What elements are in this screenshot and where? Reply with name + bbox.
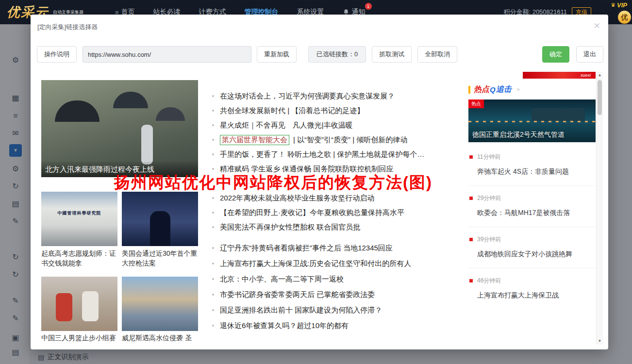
headline-link[interactable]: 国足亚洲排名跌出前十 国家队建设为何陷入停滞？ (220, 306, 382, 315)
umbrella-shape (113, 92, 148, 108)
link-selector-dialog: [定向采集]链接选择器 ✕ 操作说明 重新加载 已选链接数：0 抓取测试 全部取… (31, 15, 608, 349)
bullet-icon (469, 279, 473, 282)
hot-news-item[interactable]: 39分钟前 成都地铁回应女子对小孩跳艳舞 (468, 227, 596, 268)
confirm-button[interactable]: 确定 (542, 46, 569, 63)
headline-link[interactable]: 美国宪法不再保护女性堕胎权 联合国官员批 (220, 223, 360, 232)
vip-badge[interactable]: ♛ VIP (611, 1, 627, 9)
headline-link[interactable]: 共创全球发展新时代 | 【沿着总书记的足迹】 (220, 106, 364, 116)
scroll-up-icon[interactable]: ▲ (597, 72, 603, 79)
photo-caption[interactable]: 起底高考志愿规划师：证书交钱就能拿 (41, 248, 117, 268)
hot-tag: 热点 (468, 99, 484, 108)
bullet-icon (212, 153, 214, 155)
hot-news-time: 29分钟前 (477, 195, 596, 201)
headline-row: 手里的饭，更香了！ 聆听土地之歌 | 保护黑土地就是保护每个… (212, 147, 466, 162)
hot-news-item[interactable]: 46分钟前 上海宣布打赢大上海保卫战 (468, 268, 596, 309)
headline-link[interactable]: 上海宣布打赢大上海保卫战:历史会记住坚守和付出的所有人 (220, 259, 411, 268)
person-shape (150, 211, 170, 246)
hot-news-title[interactable]: 成都地铁回应女子对小孩跳艳舞 (477, 249, 596, 258)
headline-link[interactable]: 在这场对话会上，习近平为何强调要真心实意谋发展？ (220, 92, 395, 101)
headline-row: 【在希望的田野上·麦收记】今年夏粮收购总量保持高水平 (212, 205, 466, 220)
scroll-down-icon[interactable]: ▼ (597, 338, 603, 345)
bullet-icon (212, 247, 214, 249)
umbrella-shape (55, 100, 100, 122)
headline-row: 共创全球发展新时代 | 【沿着总书记的足迹】 (212, 103, 466, 118)
cancel-all-button[interactable]: 全部取消 (417, 46, 457, 63)
hot-news-title[interactable]: 奔驰车起火 4S店：非质量问题 (477, 167, 596, 176)
headline-link[interactable]: 2022年离校未就业高校毕业生服务攻坚行动启动 (220, 194, 374, 203)
bullet-icon (212, 309, 214, 311)
player-shape (82, 291, 99, 321)
bullet-icon (212, 139, 214, 141)
hot-news-list: 11分钟前 奔驰车起火 4S店：非质量问题 29分钟前 欧委会：马航MH17是被… (468, 145, 596, 309)
bullet-icon (212, 95, 214, 97)
scrollbar[interactable]: ▲ ▼ (596, 72, 603, 345)
yellow-bar-icon (468, 86, 470, 94)
bullet-icon (212, 212, 214, 214)
reload-button[interactable]: 重新加载 (257, 46, 297, 63)
headline-link[interactable]: 市委书记跻身省委常委两天后 已掌舵省委政法委 (220, 290, 375, 299)
bullet-icon (212, 278, 214, 280)
dialog-toolbar: 操作说明 重新加载 已选链接数：0 抓取测试 全部取消 确定 退出 (37, 46, 603, 63)
umbrella-shape (156, 107, 185, 121)
hot-news-photo[interactable]: 热点 德国正重启北溪2号天然气管道 (468, 99, 596, 142)
bullet-icon (212, 294, 214, 296)
headline-row: 退休近6年被查算久吗？超过10年的都有 (212, 318, 466, 333)
xuexi-banner-text: xuexi (581, 73, 591, 78)
news-photo-biden[interactable] (122, 192, 198, 246)
scrollbar-thumb[interactable] (598, 80, 602, 115)
player-shape (56, 293, 72, 321)
headline-row: 星火成炬｜不舍再见 凡人微光|丰收温暖 (212, 118, 466, 132)
headline-row: 市委书记跻身省委常委两天后 已掌舵省委政法委 (212, 287, 466, 302)
headline-link[interactable]: 北京：中小学、高一高二等下周一返校 (220, 275, 344, 284)
url-input[interactable] (83, 46, 251, 63)
headline-list-bottom: 辽宁丹东“持黄码者看病被拦”事件之后 当地12345回应 上海宣布打赢大上海保卫… (212, 240, 466, 333)
institute-sign-text: 中國管理科學研究院 (45, 210, 114, 216)
screen: 优采云 自动文章采集器 ≡ 首页 站长必读 计费方式 管理控制台 系统设置 (0, 0, 632, 364)
news-photo-venice[interactable] (122, 277, 198, 331)
hot-brand-swirl: Q (490, 85, 496, 94)
photo-caption[interactable]: 美国会通过近30年首个重大控枪法案 (122, 248, 198, 268)
photo-caption[interactable]: 威尼斯遇高水位侵袭 圣 (122, 333, 198, 343)
headline-link[interactable]: 退休近6年被查算久吗？超过10年的都有 (220, 321, 349, 331)
headline-link[interactable]: 手里的饭，更香了！ 聆听土地之歌 | 保护黑土地就是保护每个… (220, 150, 424, 159)
bullet-icon (212, 226, 214, 228)
xuexi-banner[interactable]: xuexi (523, 72, 596, 79)
embedded-page: 北方入汛来最强降雨过程今夜上线 中國管理科學研究院 起底高考志愿规划师：证书交钱… (41, 72, 603, 345)
headline-row: 美国宪法不再保护女性堕胎权 联合国官员批 (212, 220, 466, 234)
vip-label: VIP (617, 1, 627, 9)
lights-shape (468, 121, 596, 122)
person-shape (141, 125, 153, 165)
hot-news-title[interactable]: 上海宣布打赢大上海保卫战 (477, 291, 596, 299)
headline-row: 北京：中小学、高一高二等下周一返校 (212, 271, 466, 287)
headline-link[interactable]: | 以“智变”引“质变” | 倾听创新的律动 (293, 135, 407, 145)
hot-column: xuexi 热点 Q 追击 ＞ 热点 德国正重启北溪2号天然气管道 (468, 72, 596, 345)
exit-button[interactable]: 退出 (576, 46, 603, 63)
photo-caption[interactable]: 中国三人男篮止步小组赛 (41, 333, 117, 343)
grab-test-button[interactable]: 抓取测试 (372, 46, 412, 63)
close-icon[interactable]: ✕ (594, 21, 600, 31)
hot-news-title[interactable]: 欧委会：马航MH17是被俄击落 (477, 208, 596, 217)
notification-badge: 1 (365, 3, 372, 10)
headline-link[interactable]: 星火成炬｜不舍再见 凡人微光|丰收温暖 (220, 121, 353, 130)
hot-news-item[interactable]: 11分钟前 奔驰车起火 4S店：非质量问题 (468, 145, 596, 186)
news-photo-institute[interactable]: 中國管理科學研究院 (41, 192, 117, 246)
headline-row-selected: 第六届世界智能大会 | 以“智变”引“质变” | 倾听创新的律动 (212, 132, 466, 147)
hot-news-item[interactable]: 29分钟前 欧委会：马航MH17是被俄击落 (468, 186, 596, 227)
news-photo-basketball[interactable] (41, 277, 117, 331)
headline-link[interactable]: 【在希望的田野上·麦收记】今年夏粮收购总量保持高水平 (220, 208, 404, 217)
crown-icon: ♛ (611, 2, 615, 8)
hot-photo-caption[interactable]: 德国正重启北溪2号天然气管道 (472, 131, 565, 139)
headline-row: 辽宁丹东“持黄码者看病被拦”事件之后 当地12345回应 (212, 240, 466, 256)
demo-overlay-headline: 扬州网站优化中网站降权后的恢复方法(图) (114, 172, 432, 194)
help-button[interactable]: 操作说明 (37, 46, 77, 63)
bullet-icon (212, 325, 214, 327)
vip-floating-logo[interactable]: 优 (618, 11, 631, 24)
selected-link-highlight[interactable]: 第六届世界智能大会 (220, 135, 289, 145)
headline-list-top: 在这场对话会上，习近平为何强调要真心实意谋发展？ 共创全球发展新时代 | 【沿着… (212, 89, 466, 234)
bullet-icon (212, 197, 214, 199)
main-news-photo[interactable]: 北方入汛来最强降雨过程今夜上线 (41, 80, 198, 177)
ship-shape (532, 108, 585, 121)
hot-section-header[interactable]: 热点 Q 追击 ＞ (468, 84, 521, 95)
headline-link[interactable]: 辽宁丹东“持黄码者看病被拦”事件之后 当地12345回应 (220, 244, 393, 253)
bullet-icon (212, 168, 214, 170)
